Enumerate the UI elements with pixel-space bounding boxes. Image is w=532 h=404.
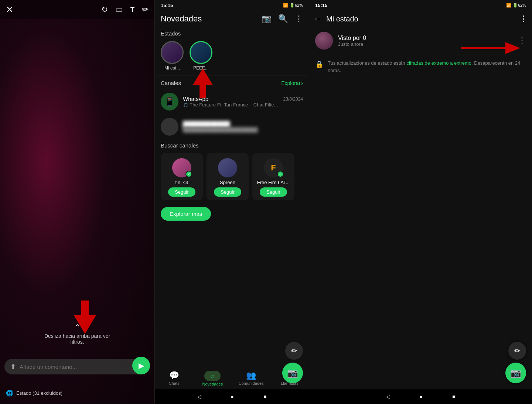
more-options-button[interactable]: ⋮ xyxy=(519,14,528,24)
channel-card-freefire[interactable]: F ✓ Free Fire LAT... Seguir xyxy=(252,153,294,200)
draw-icon[interactable]: ✏ xyxy=(142,5,149,14)
seguir-spreen-button[interactable]: Seguir xyxy=(214,187,241,197)
chat-nav-icon: 💬 xyxy=(169,371,179,380)
network-icon-3: 📶 xyxy=(506,3,511,8)
divider-1 xyxy=(155,75,309,75)
otro-avatar-img xyxy=(191,42,211,63)
header-icons: 📷 🔍 ⋮ xyxy=(262,14,303,24)
canales-label: Canales xyxy=(161,80,181,86)
close-button[interactable]: ✕ xyxy=(6,4,13,15)
nav-chats[interactable]: 💬 Chats xyxy=(155,369,193,388)
mi-estado-title: Mi estado xyxy=(326,15,515,23)
battery-icon-3: 🔋62% xyxy=(513,3,526,8)
network-icon: 📶 xyxy=(283,3,288,8)
svg-marker-3 xyxy=(505,42,520,54)
explorar-button[interactable]: Explorar › xyxy=(281,80,303,86)
mi-estado-name: Mi est... xyxy=(164,65,180,71)
search-icon[interactable]: 🔍 xyxy=(278,14,288,24)
svg-marker-1 xyxy=(193,68,212,98)
camera-panel: ✕ ↻ ▭ T ✏ ⌃ Desliza hacia arriba para ve… xyxy=(0,0,154,404)
channel-cards-row: ✓ tini <3 Seguir Spreen Seguir F ✓ Free … xyxy=(155,150,309,203)
my-avatar-img xyxy=(162,42,183,63)
novedades-nav-icon: ◎ xyxy=(211,374,214,378)
svg-marker-0 xyxy=(74,301,96,334)
recents-nav-icon-3[interactable]: ■ xyxy=(452,394,455,400)
red-arrow-up xyxy=(192,68,214,99)
nav-novedades[interactable]: ◎ Novedades xyxy=(193,369,232,388)
visto-avatar-img xyxy=(315,32,333,50)
nav-chats-label: Chats xyxy=(169,381,180,386)
mi-estado-header: ← Mi estado ⋮ xyxy=(309,10,532,27)
seguir-freefire-button[interactable]: Seguir xyxy=(260,187,287,197)
freefire-avatar-wrap: F ✓ xyxy=(264,158,283,177)
visto-avatar xyxy=(315,32,333,50)
spreen-avatar xyxy=(218,158,237,177)
explorar-mas-button[interactable]: Explorar más xyxy=(161,207,211,221)
canales-header: Canales Explorar › xyxy=(155,77,309,89)
canal-whatsapp[interactable]: 📱 WhatsApp 23/8/2024 🎵 The Feature Ft. T… xyxy=(155,89,309,114)
estados-row: Mi est... PEEE... xyxy=(155,38,309,74)
tini-name: tini <3 xyxy=(175,180,188,185)
home-nav-icon[interactable]: ● xyxy=(231,394,234,400)
mi-estado-item[interactable]: Mi est... xyxy=(161,41,184,71)
channel-card-spreen[interactable]: Spreen Seguir xyxy=(207,153,249,200)
text-icon[interactable]: T xyxy=(130,6,134,14)
otro-estado-item[interactable]: PEEE... xyxy=(190,41,212,71)
seguir-tini-button[interactable]: Seguir xyxy=(168,187,195,197)
buscar-label: Buscar canales xyxy=(155,139,309,150)
app-header-novedades: Novedades 📷 🔍 ⋮ xyxy=(155,10,309,27)
camera-float-button[interactable]: 📷 xyxy=(282,363,303,383)
status-bar-2: 15:15 📶 🔋62% xyxy=(155,0,309,10)
verified-badge-freefire: ✓ xyxy=(277,171,284,177)
status-icons-3: 📶 🔋62% xyxy=(506,3,526,8)
whatsapp-icon: 📱 xyxy=(164,96,175,107)
nav-novedades-label: Novedades xyxy=(202,382,223,386)
canal-blurred: ████████████ ██████████████████████ xyxy=(155,114,309,139)
red-arrow-right xyxy=(461,41,520,55)
comment-bar: ⬆ xyxy=(4,359,150,374)
back-button[interactable]: ← xyxy=(314,14,322,24)
nav-comunidades-label: Comunidades xyxy=(239,381,264,386)
recents-nav-icon[interactable]: ■ xyxy=(263,394,266,400)
section-estados-label: Estados xyxy=(155,27,309,38)
lock-icon: 🔒 xyxy=(315,60,323,68)
whatsapp-avatar: 📱 xyxy=(161,93,178,111)
back-nav-icon[interactable]: ◁ xyxy=(197,394,201,400)
battery-icon: 🔋62% xyxy=(290,3,303,8)
blurred-avatar xyxy=(161,118,178,136)
send-button[interactable]: ▶ xyxy=(132,357,150,374)
novedades-nav-icon-wrap: ◎ xyxy=(204,371,221,381)
status-exclude-label: 🌐 Estado (31 excluidos) xyxy=(6,390,62,397)
encryption-link[interactable]: cifradas de extremo a extremo xyxy=(406,60,471,66)
channel-card-tini[interactable]: ✓ tini <3 Seguir xyxy=(161,153,203,200)
back-nav-icon-3[interactable]: ◁ xyxy=(386,394,390,400)
home-nav-icon-3[interactable]: ● xyxy=(420,394,423,400)
visto-por-label: Visto por 0 xyxy=(338,35,513,41)
rotate-icon[interactable]: ↻ xyxy=(101,5,108,14)
camera-tools: ↻ ▭ T ✏ xyxy=(101,5,149,14)
encryption-notice: 🔒 Tus actualizaciones de estado están ci… xyxy=(309,54,532,79)
comment-input[interactable] xyxy=(20,364,144,370)
freefire-name: Free Fire LAT... xyxy=(257,180,290,185)
android-nav-2: ◁ ● ■ xyxy=(155,389,309,404)
verified-badge-tini: ✓ xyxy=(185,171,192,177)
status-bar-3: 15:15 📶 🔋62% xyxy=(309,0,532,10)
more-options-icon[interactable]: ⋮ xyxy=(295,14,303,24)
pencil-float-button[interactable]: ✏ xyxy=(285,342,303,360)
blurred-info: ████████████ ██████████████████████ xyxy=(183,121,303,133)
camera-float-button-3[interactable]: 📷 xyxy=(505,363,526,383)
globe-icon: 🌐 xyxy=(6,390,13,397)
mi-estado-panel: 15:15 📶 🔋62% ← Mi estado ⋮ Visto por 0 J… xyxy=(309,0,532,404)
otro-estado-avatar xyxy=(190,41,212,64)
communities-nav-icon: 👥 xyxy=(246,371,256,380)
chevron-right-icon: › xyxy=(301,80,303,86)
page-title: Novedades xyxy=(161,14,202,24)
android-nav-3: ◁ ● ■ xyxy=(309,389,532,404)
status-icons: 📶 🔋62% xyxy=(283,3,303,8)
nav-comunidades[interactable]: 👥 Comunidades xyxy=(232,369,270,388)
camera-icon[interactable]: 📷 xyxy=(262,14,272,24)
red-arrow-down xyxy=(74,301,96,337)
share-icon: ⬆ xyxy=(10,363,16,371)
sticker-icon[interactable]: ▭ xyxy=(115,5,123,14)
pencil-float-button-3[interactable]: ✏ xyxy=(508,342,526,360)
